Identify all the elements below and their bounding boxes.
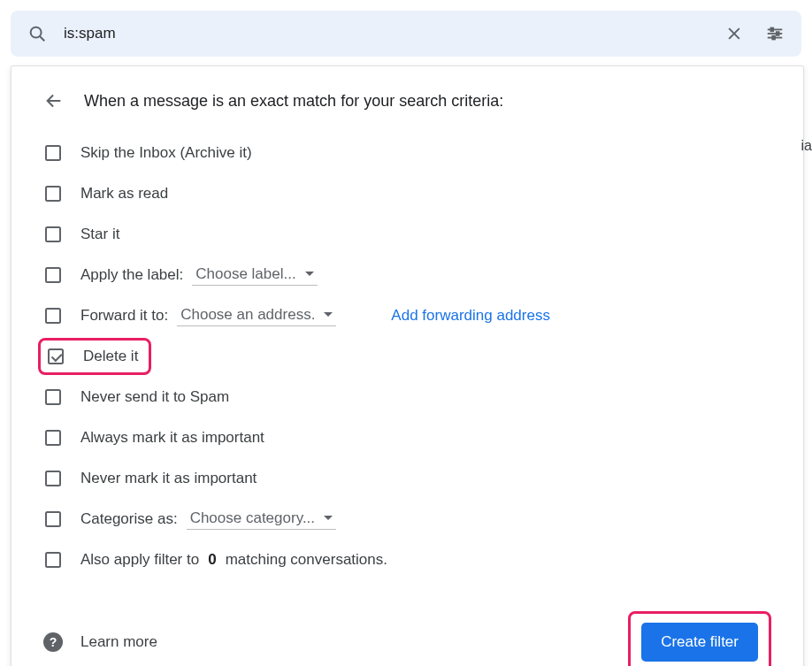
label-also-apply-count: 0: [208, 551, 216, 569]
label-also-apply: Also apply filter to 0 matching conversa…: [80, 551, 387, 569]
svg-point-0: [31, 27, 42, 38]
option-apply-label: Apply the label: Choose label...: [45, 256, 771, 295]
label-categorise: Categorise as:: [80, 510, 178, 528]
checkbox-delete-it[interactable]: [48, 348, 64, 364]
option-never-spam: Never send it to Spam: [45, 378, 771, 417]
checkbox-forward[interactable]: [45, 308, 61, 324]
chevron-down-icon: [324, 312, 333, 317]
panel-header: When a message is an exact match for you…: [43, 91, 771, 111]
option-forward: Forward it to: Choose an address. Add fo…: [45, 296, 771, 335]
option-never-important: Never mark it as important: [45, 459, 771, 498]
label-mark-as-read: Mark as read: [80, 185, 168, 203]
checkbox-never-spam[interactable]: [45, 389, 61, 405]
checkbox-always-important[interactable]: [45, 430, 61, 446]
label-apply-label: Apply the label:: [80, 266, 183, 284]
checkbox-never-important[interactable]: [45, 471, 61, 486]
option-delete-it: Delete it: [45, 337, 771, 376]
checkbox-categorise[interactable]: [45, 511, 61, 527]
search-options-icon[interactable]: [759, 18, 791, 50]
label-never-important: Never mark it as important: [80, 470, 257, 487]
label-also-apply-post: matching conversations.: [226, 551, 387, 569]
search-input[interactable]: [62, 24, 709, 43]
dropdown-forward-value: Choose an address.: [180, 306, 315, 324]
label-always-important: Always mark it as important: [80, 429, 264, 447]
option-categorise: Categorise as: Choose category...: [45, 500, 771, 539]
dropdown-apply-label[interactable]: Choose label...: [192, 265, 317, 286]
dropdown-categorise[interactable]: Choose category...: [187, 509, 336, 530]
svg-rect-7: [770, 28, 773, 32]
option-also-apply: Also apply filter to 0 matching conversa…: [45, 540, 771, 579]
panel-heading: When a message is an exact match for you…: [84, 92, 503, 111]
option-mark-as-read: Mark as read: [45, 174, 771, 213]
checkbox-mark-as-read[interactable]: [45, 186, 61, 202]
dropdown-apply-label-value: Choose label...: [195, 265, 295, 283]
checkbox-apply-label[interactable]: [45, 267, 61, 283]
label-also-apply-pre: Also apply filter to: [80, 551, 199, 569]
search-icon[interactable]: [21, 18, 53, 50]
search-bar: [11, 11, 801, 57]
highlight-create-filter: Create filter: [628, 611, 771, 666]
dropdown-categorise-value: Choose category...: [190, 509, 315, 527]
label-forward: Forward it to:: [80, 307, 168, 325]
chevron-down-icon: [305, 272, 314, 276]
option-always-important: Always mark it as important: [45, 418, 771, 457]
checkbox-skip-inbox[interactable]: [45, 145, 61, 161]
panel-footer: ? Learn more Create filter: [43, 611, 771, 666]
svg-line-1: [40, 36, 44, 41]
highlight-delete-it: Delete it: [38, 338, 151, 375]
checkbox-star-it[interactable]: [45, 226, 61, 242]
svg-rect-9: [772, 36, 775, 40]
truncated-text: ia: [801, 138, 812, 154]
dropdown-forward[interactable]: Choose an address.: [177, 306, 336, 326]
checkbox-also-apply[interactable]: [45, 552, 61, 568]
option-skip-inbox: Skip the Inbox (Archive it): [45, 134, 771, 172]
svg-rect-8: [777, 32, 779, 35]
create-filter-button[interactable]: Create filter: [641, 623, 758, 662]
label-skip-inbox: Skip the Inbox (Archive it): [80, 144, 252, 162]
label-delete-it: Delete it: [83, 348, 138, 365]
label-star-it: Star it: [80, 226, 119, 243]
link-add-forwarding-address[interactable]: Add forwarding address: [391, 307, 550, 325]
clear-search-icon[interactable]: [718, 18, 750, 50]
label-never-spam: Never send it to Spam: [80, 388, 229, 406]
back-icon[interactable]: [43, 91, 65, 111]
help-icon[interactable]: ?: [43, 632, 63, 652]
filter-panel: When a message is an exact match for you…: [11, 65, 804, 666]
chevron-down-icon: [324, 516, 333, 520]
link-learn-more[interactable]: Learn more: [80, 633, 157, 651]
option-star-it: Star it: [45, 215, 771, 254]
